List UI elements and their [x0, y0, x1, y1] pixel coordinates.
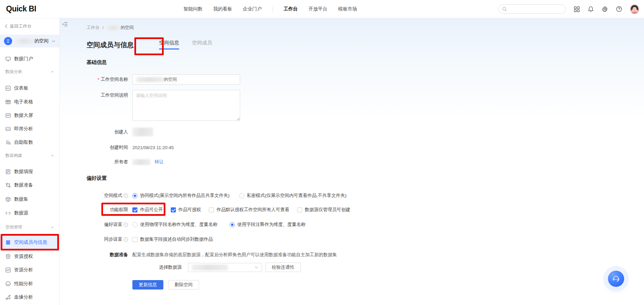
sidebar-item-dashboard[interactable]: 仪表板	[0, 81, 59, 95]
workspace-desc-textarea[interactable]	[132, 90, 240, 121]
checkbox-work-public[interactable]: 作品可公开	[132, 207, 163, 213]
sidebar-item-lineage-analysis[interactable]: 血缘分析	[0, 291, 59, 304]
chevron-left-icon	[5, 24, 8, 28]
workspace-name-row: *工作空间名称 的空间	[87, 74, 240, 84]
workspace-desc-label: 工作空间说明	[87, 92, 128, 98]
page-title: 空间成员与信息	[87, 40, 134, 49]
datasource-select[interactable]	[188, 263, 262, 272]
settings-gear-icon[interactable]	[602, 6, 608, 12]
search-input[interactable]	[509, 7, 562, 12]
workspace-name: 的空间	[15, 38, 49, 44]
nav-item-smart-qa[interactable]: 智能问数	[184, 6, 202, 12]
breadcrumb-separator: /	[102, 25, 104, 30]
checkbox-icon	[171, 207, 176, 212]
apps-grid-icon[interactable]	[573, 6, 580, 12]
data-prep-description: 配置生成数据集存储的底层数据源，配置后分析师角色用户可以使用数据准备功能自主加工…	[132, 252, 337, 258]
dataset-cube-icon	[5, 197, 11, 202]
workspace-name-label: *工作空间名称	[87, 76, 128, 82]
radio-icon	[132, 193, 137, 198]
delete-space-button[interactable]: 删除空间	[168, 280, 199, 290]
redacted-datasource-value	[192, 265, 228, 270]
preferences-section-title: 偏好设置	[87, 175, 107, 181]
nav-divider	[272, 7, 273, 11]
created-time-value: 2021/08/23 11:20:45	[132, 145, 174, 150]
sidebar-item-datasource[interactable]: 数据源	[0, 206, 59, 220]
back-to-workbench[interactable]: 返回工作台	[5, 22, 32, 30]
user-avatar[interactable]	[630, 4, 639, 14]
quick-bi-logo[interactable]: Quick BI	[6, 4, 36, 13]
nav-item-workbench[interactable]: 工作台	[284, 6, 298, 12]
sidebar-item-resource-auth[interactable]: 资源授权	[0, 250, 59, 263]
sidebar-section-data-build[interactable]: 数据构建	[0, 151, 59, 160]
radio-physical-field-name[interactable]: 使用物理字段名称作为维度、度量名称	[132, 222, 218, 228]
global-search[interactable]	[498, 4, 566, 14]
info-icon[interactable]: i	[124, 223, 128, 227]
sidebar-item-spreadsheet[interactable]: 电子表格	[0, 95, 59, 109]
tab-space-members[interactable]: 空间成员	[192, 40, 212, 49]
breadcrumb-workbench[interactable]: 工作台	[87, 25, 100, 31]
creator-row: 创建人	[87, 128, 153, 136]
self-service-data-icon	[5, 140, 11, 145]
radio-field-comment-name[interactable]: 使用字段注释作为维度、度量名称	[230, 222, 306, 228]
nav-item-enterprise-portal[interactable]: 企业门户	[243, 6, 262, 12]
chevron-up-icon	[51, 226, 54, 228]
headset-icon	[612, 275, 620, 283]
page-header: 空间成员与信息 空间信息 空间成员	[87, 40, 225, 49]
transfer-owner-link[interactable]: 转让	[155, 159, 164, 165]
nav-item-open-platform[interactable]: 开放平台	[309, 6, 327, 12]
workspace-selector[interactable]: 王 的空间	[0, 35, 59, 47]
sidebar-item-dataset[interactable]: 数据集	[0, 193, 59, 206]
back-label: 返回工作台	[10, 23, 32, 29]
sidebar-item-data-entry[interactable]: 数据填报	[0, 165, 59, 178]
owner-row: 所有者 转让	[87, 159, 164, 165]
info-icon[interactable]: i	[124, 194, 128, 198]
chevron-up-icon	[51, 155, 54, 157]
redacted-owner-value	[132, 159, 151, 165]
basic-info-section-title: 基础信息	[87, 59, 107, 66]
sidebar-item-adhoc-analysis[interactable]: 即席分析	[0, 122, 59, 136]
workspace-name-input[interactable]: 的空间	[132, 74, 240, 84]
checkbox-icon	[132, 237, 137, 242]
collapse-sidebar-icon[interactable]	[62, 21, 68, 27]
checkbox-dataset-field-sync[interactable]: 数据集字段描述自动同步到数据作品	[132, 236, 213, 242]
radio-collaboration-mode[interactable]: 协同模式(展示空间内所有作品且共享文件夹)	[132, 193, 230, 199]
datasource-select-row: 选择数据源 校验连通性	[159, 263, 301, 272]
update-info-button[interactable]: 更新信息	[132, 280, 163, 290]
datasource-icon	[5, 210, 11, 216]
checkbox-default-auth-all[interactable]: 作品默认授权工作空间所有人可查看	[209, 207, 289, 213]
sidebar-section-space-management[interactable]: 空间管理	[0, 223, 59, 231]
checkbox-work-authorizable[interactable]: 作品可授权	[171, 207, 201, 213]
verify-connectivity-button[interactable]: 校验连通性	[265, 263, 301, 272]
workspace-desc-row: 工作空间说明	[87, 90, 240, 121]
checkbox-datasource-admin-only[interactable]: 数据源仅管理员可创建	[297, 207, 350, 213]
data-screen-icon	[5, 113, 11, 118]
sync-setting-row: 同步设置i 数据集字段描述自动同步到数据作品	[87, 236, 213, 242]
space-mode-row: 空间模式i 协同模式(展示空间内所有作品且共享文件夹) 私密模式(仅展示空间内可…	[87, 193, 347, 199]
sidebar-item-space-members-info[interactable]: 空间成员与信息	[0, 236, 59, 249]
sidebar-item-self-service-data[interactable]: 自助取数	[0, 136, 59, 149]
notification-bell-icon[interactable]	[587, 6, 594, 12]
nav-item-template-market[interactable]: 模板市场	[338, 6, 357, 12]
select-datasource-label: 选择数据源	[159, 264, 182, 270]
sidebar-item-performance-analysis[interactable]: 性能分析	[0, 277, 59, 291]
creator-label: 创建人	[87, 129, 128, 135]
help-floating-button[interactable]	[608, 271, 624, 287]
help-question-icon[interactable]	[616, 6, 622, 12]
tab-space-info[interactable]: 空间信息	[159, 40, 179, 49]
nav-item-my-dashboard[interactable]: 我的看板	[213, 6, 232, 12]
redacted-space-name	[106, 26, 121, 30]
created-time-label: 创建时间	[87, 144, 128, 150]
space-members-icon	[5, 240, 11, 245]
data-entry-icon	[5, 169, 11, 174]
logo-text: Quick BI	[6, 4, 36, 13]
sidebar-section-data-analysis[interactable]: 数据分析	[0, 68, 59, 76]
sidebar-item-data-portal[interactable]: 数据门户	[0, 52, 59, 66]
sidebar-item-data-screen[interactable]: 数据大屏	[0, 109, 59, 122]
info-icon[interactable]: i	[124, 237, 128, 242]
adhoc-analysis-icon	[5, 126, 11, 132]
breadcrumb-current: 的空间	[106, 25, 134, 31]
naming-preference-label: 偏好设置i	[87, 222, 128, 228]
radio-private-mode[interactable]: 私密模式(仅展示空间内可查看作品,不共享文件夹)	[239, 193, 347, 199]
sidebar-item-resource-analysis[interactable]: 资源分析	[0, 263, 59, 277]
sidebar-item-data-prep[interactable]: 数据准备	[0, 178, 59, 192]
